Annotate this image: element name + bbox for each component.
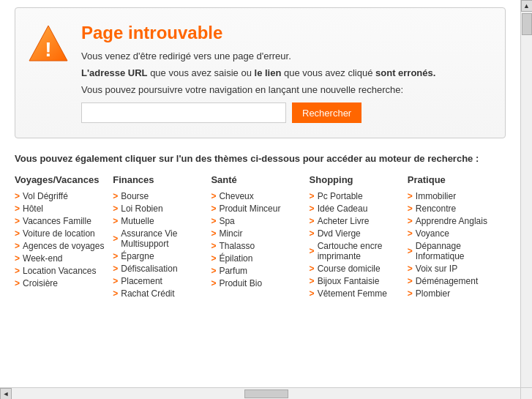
error-title: Page introuvable: [81, 23, 435, 43]
arrow-icon: >: [113, 264, 118, 274]
category-link[interactable]: > Cartouche encre imprimante: [310, 241, 408, 261]
list-item: > Mincir: [211, 228, 309, 239]
category-link[interactable]: > Rachat Crédit: [113, 288, 211, 299]
scroll-up-arrow[interactable]: ▲: [521, 0, 533, 12]
search-row: Rechercher: [81, 102, 435, 123]
arrow-icon: >: [310, 191, 315, 201]
category-link[interactable]: > Bourse: [113, 191, 211, 201]
category-link[interactable]: > Loi Robien: [113, 204, 211, 214]
list-item: > Plombier: [408, 288, 506, 299]
list-item: > Agences de voyages: [15, 241, 113, 251]
search-input[interactable]: [81, 102, 286, 123]
scrollbar-corner: [520, 387, 532, 399]
arrow-icon: >: [211, 266, 216, 276]
category-link[interactable]: > Dvd Vierge: [310, 228, 408, 239]
list-item: > Produit Minceur: [211, 204, 309, 214]
error-line3: Vous pouvez poursuivre votre navigation …: [81, 84, 435, 95]
category-link[interactable]: > Hôtel: [15, 204, 113, 214]
category-title-4: Pratique: [408, 174, 506, 185]
category-title-2: Santé: [211, 174, 309, 185]
arrow-icon: >: [211, 228, 216, 239]
category-list-0: > Vol Dégriffé> Hôtel> Vacances Famille>…: [15, 191, 113, 288]
category-link[interactable]: > Cheveux: [211, 191, 309, 201]
category-title-3: Shopping: [310, 174, 408, 185]
arrow-icon: >: [408, 191, 413, 201]
category-link[interactable]: > Voix sur IP: [408, 264, 506, 274]
arrow-icon: >: [15, 253, 20, 264]
category-link[interactable]: > Produit Bio: [211, 278, 309, 288]
category-link[interactable]: > Week-end: [15, 253, 113, 264]
category-link[interactable]: > Voiture de location: [15, 228, 113, 239]
category-link[interactable]: > Idée Cadeau: [310, 204, 408, 214]
category-col-1: Finances> Bourse> Loi Robien> Mutuelle> …: [113, 174, 211, 301]
category-link[interactable]: > Vol Dégriffé: [15, 191, 113, 201]
category-link[interactable]: > Croisière: [15, 278, 113, 288]
arrow-icon: >: [408, 264, 413, 274]
category-link[interactable]: > Acheter Livre: [310, 216, 408, 226]
category-link[interactable]: > Voyance: [408, 228, 506, 239]
category-link[interactable]: > Dépannage Informatique: [408, 241, 506, 261]
arrow-icon: >: [113, 204, 118, 214]
category-link[interactable]: > Épilation: [211, 253, 309, 264]
error-box: ! Page introuvable Vous venez d'être red…: [15, 7, 506, 138]
list-item: > Location Vacances: [15, 266, 113, 276]
category-link[interactable]: > Parfum: [211, 266, 309, 276]
list-item: > Croisière: [15, 278, 113, 288]
arrow-icon: >: [211, 204, 216, 214]
error-line1: Vous venez d'être redirigé vers une page…: [81, 51, 435, 61]
category-link[interactable]: > Produit Minceur: [211, 204, 309, 214]
category-link[interactable]: > Défiscalisation: [113, 264, 211, 274]
list-item: > Acheter Livre: [310, 216, 408, 226]
arrow-icon: >: [211, 216, 216, 226]
arrow-icon: >: [113, 288, 118, 299]
category-link[interactable]: > Apprendre Anglais: [408, 216, 506, 226]
category-link[interactable]: > Agences de voyages: [15, 241, 113, 251]
arrow-icon: >: [15, 278, 20, 288]
list-item: > Rachat Crédit: [113, 288, 211, 299]
error-line2-end: que vous avez cliqué: [284, 67, 375, 78]
error-conclusion: sont erronés.: [375, 67, 435, 78]
arrow-icon: >: [15, 191, 20, 201]
category-link[interactable]: > Déménagement: [408, 276, 506, 286]
category-link[interactable]: > Mutuelle: [113, 216, 211, 226]
scroll-thumb-horizontal[interactable]: [244, 389, 288, 398]
category-link[interactable]: > Vêtement Femme: [310, 288, 408, 299]
arrow-icon: >: [310, 204, 315, 214]
category-list-2: > Cheveux> Produit Minceur> Spa> Mincir>…: [211, 191, 309, 288]
categories-grid: Voyages/Vacances> Vol Dégriffé> Hôtel> V…: [15, 174, 506, 301]
category-link[interactable]: > Rencontre: [408, 204, 506, 214]
list-item: > Cheveux: [211, 191, 309, 201]
scroll-thumb[interactable]: [522, 13, 532, 35]
arrow-icon: >: [310, 264, 315, 274]
search-button[interactable]: Rechercher: [292, 102, 361, 123]
arrow-icon: >: [15, 266, 20, 276]
category-link[interactable]: > Location Vacances: [15, 266, 113, 276]
scroll-left-arrow[interactable]: ◄: [0, 388, 12, 400]
scrollbar-bottom[interactable]: ◄ ►: [0, 387, 532, 399]
category-link[interactable]: > Assurance Vie Multisupport: [113, 228, 211, 249]
url-label: L'adresse URL: [81, 67, 148, 78]
category-link[interactable]: > Placement: [113, 276, 211, 286]
category-link[interactable]: > Spa: [211, 216, 309, 226]
category-col-2: Santé> Cheveux> Produit Minceur> Spa> Mi…: [211, 174, 309, 301]
list-item: > Week-end: [15, 253, 113, 264]
category-link[interactable]: > Vacances Famille: [15, 216, 113, 226]
category-link[interactable]: > Plombier: [408, 288, 506, 299]
arrow-icon: >: [211, 191, 216, 201]
list-item: > Placement: [113, 276, 211, 286]
category-link[interactable]: > Épargne: [113, 251, 211, 261]
category-col-0: Voyages/Vacances> Vol Dégriffé> Hôtel> V…: [15, 174, 113, 301]
category-link[interactable]: > Bijoux Fantaisie: [310, 276, 408, 286]
category-link[interactable]: > Mincir: [211, 228, 309, 239]
list-item: > Vol Dégriffé: [15, 191, 113, 201]
list-item: > Spa: [211, 216, 309, 226]
scrollbar-right[interactable]: ▲ ▼: [520, 0, 532, 399]
list-item: > Produit Bio: [211, 278, 309, 288]
category-link[interactable]: > Thalasso: [211, 241, 309, 251]
category-link[interactable]: > Immobilier: [408, 191, 506, 201]
scroll-track-horizontal: [12, 388, 520, 399]
category-link[interactable]: > Course domicile: [310, 264, 408, 274]
category-link[interactable]: > Pc Portable: [310, 191, 408, 201]
category-col-3: Shopping> Pc Portable> Idée Cadeau> Ache…: [310, 174, 408, 301]
warning-icon: !: [26, 23, 70, 67]
